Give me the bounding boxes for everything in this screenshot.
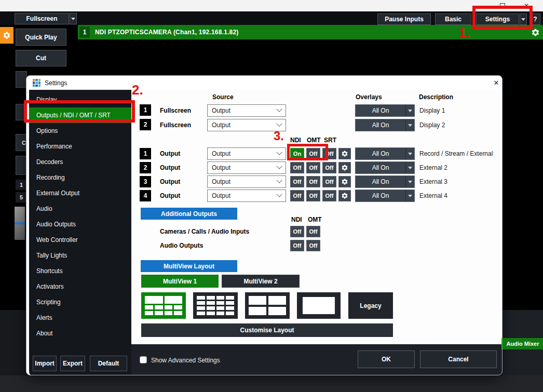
partial-button-label: C [22,140,26,146]
nav-item-options[interactable]: Options [29,123,131,139]
layout-thumb-grid-2x2[interactable] [245,292,290,319]
import-button[interactable]: Import [33,356,57,371]
preset-tile-5[interactable]: 5 [16,192,27,202]
vmix-logo-icon [33,79,40,87]
output-2-settings-button[interactable] [338,162,351,173]
dropdown-arrow[interactable] [405,176,414,187]
basic-button[interactable]: Basic [435,13,471,25]
nav-item-external-output[interactable]: External Output [29,185,131,201]
layout-thumb-multiview[interactable] [141,292,186,319]
audio-outputs-omt-toggle[interactable]: Off [306,240,320,251]
cameras-ndi-toggle[interactable]: Off [290,226,304,237]
tab-multiview-1[interactable]: MultiView 1 [141,275,219,288]
nav-item-performance[interactable]: Performance [29,139,131,154]
output-2-srt-toggle[interactable]: Off [322,162,336,173]
tab-multiview-2[interactable]: MultiView 2 [222,275,300,288]
app-settings-orange-button[interactable] [0,27,13,44]
output-2-overlays-select[interactable]: All On [355,161,415,174]
pause-inputs-button[interactable]: Pause Inputs [377,13,431,25]
fullscreen-dropdown-arrow[interactable] [70,13,77,24]
settings-nav: Display Outputs / NDI / OMT / SRT Option… [29,90,131,375]
multiview-layout-button[interactable]: MultiView Layout [141,260,237,272]
audio-outputs-ndi-toggle[interactable]: Off [290,240,304,251]
fullscreen-2-overlays-select[interactable]: All On [355,119,415,131]
dropdown-arrow[interactable] [405,162,414,173]
output-4-omt-toggle[interactable]: Off [306,190,320,201]
gear-icon [341,178,348,185]
fullscreen-1-label: Fullscreen [160,107,191,114]
output-2-source-select[interactable]: Output [207,161,286,174]
audio-mixer-tab[interactable]: Audio Mixer [501,338,543,349]
input-number-badge: 1 [79,26,90,38]
cancel-button[interactable]: Cancel [420,350,497,368]
nav-item-tally-lights[interactable]: Tally Lights [29,248,131,263]
partial-button[interactable] [16,156,27,175]
select-value: Output [212,164,230,171]
nav-item-decoders[interactable]: Decoders [29,154,131,170]
output-1-settings-button[interactable] [338,148,351,159]
output-3-srt-toggle[interactable]: Off [322,176,336,187]
nav-item-web-controller[interactable]: Web Controller [29,232,131,248]
audio-fader[interactable] [15,207,25,240]
preset-tile-1[interactable]: 1 [16,180,27,190]
chevron-down-icon [276,178,282,183]
output-3-settings-button[interactable] [338,176,351,187]
nav-item-activators[interactable]: Activators [29,279,131,294]
nav-item-recording[interactable]: Recording [29,170,131,185]
dropdown-arrow[interactable] [405,105,414,116]
output-4-source-select[interactable]: Output [207,190,286,202]
nav-item-audio-outputs[interactable]: Audio Outputs [29,217,131,232]
annotation-step-1: 1. [459,25,470,41]
omt-header: OMT [307,137,321,144]
annotation-box-3 [287,144,328,160]
export-button[interactable]: Export [60,356,85,371]
chevron-down-icon [71,18,75,20]
bottom-left-panel [0,310,26,375]
nav-item-shortcuts[interactable]: Shortcuts [29,263,131,279]
fader-handle[interactable] [15,222,25,224]
dropdown-arrow[interactable] [405,119,414,131]
nav-item-alerts[interactable]: Alerts [29,310,131,326]
partial-button[interactable] [16,71,27,88]
output-1-overlays-select[interactable]: All On [355,147,415,160]
additional-outputs-button[interactable]: Additional Outputs [141,208,237,220]
chevron-down-icon [408,110,412,112]
output-4-ndi-toggle[interactable]: Off [290,190,304,201]
dropdown-arrow[interactable] [405,148,414,159]
dialog-title: Settings [45,79,67,87]
customise-layout-button[interactable]: Customise Layout [141,323,393,337]
output-4-srt-toggle[interactable]: Off [322,190,336,201]
fullscreen-1-overlays-select[interactable]: All On [355,104,415,117]
output-2-number: 2 [140,162,151,173]
output-3-source-select[interactable]: Output [207,175,286,188]
layout-thumb-grid-4x4[interactable] [193,292,238,319]
nav-item-about[interactable]: About [29,326,131,341]
fullscreen-1-description: Display 1 [419,107,445,114]
output-1-source-select[interactable]: Output [207,147,286,160]
output-3-omt-toggle[interactable]: Off [306,176,320,187]
dropdown-arrow[interactable] [405,190,414,201]
cameras-omt-toggle[interactable]: Off [306,226,320,237]
nav-item-audio[interactable]: Audio [29,201,131,217]
layout-thumb-single[interactable] [297,292,341,319]
cut-button[interactable]: Cut [16,50,66,66]
default-button[interactable]: Default [90,356,127,371]
output-4-overlays-select[interactable]: All On [355,190,415,202]
partial-button[interactable]: C [16,134,27,151]
fullscreen-button[interactable]: Fullscreen [15,13,69,24]
fullscreen-1-source-select[interactable]: Output [207,104,286,117]
select-value: Output [212,150,230,157]
show-advanced-checkbox[interactable] [140,356,147,363]
ok-button[interactable]: OK [358,350,415,368]
output-3-ndi-toggle[interactable]: Off [290,176,304,187]
output-4-settings-button[interactable] [338,190,351,201]
output-3-overlays-select[interactable]: All On [355,175,415,188]
output-2-ndi-toggle[interactable]: Off [290,162,304,173]
select-value: All On [356,178,405,185]
dialog-close-button[interactable]: ✕ [492,78,501,87]
output-2-omt-toggle[interactable]: Off [306,162,320,173]
layout-legacy-button[interactable]: Legacy [348,292,393,319]
select-value: Output [212,107,230,114]
nav-item-scripting[interactable]: Scripting [29,294,131,310]
quick-play-button[interactable]: Quick Play [16,29,66,46]
